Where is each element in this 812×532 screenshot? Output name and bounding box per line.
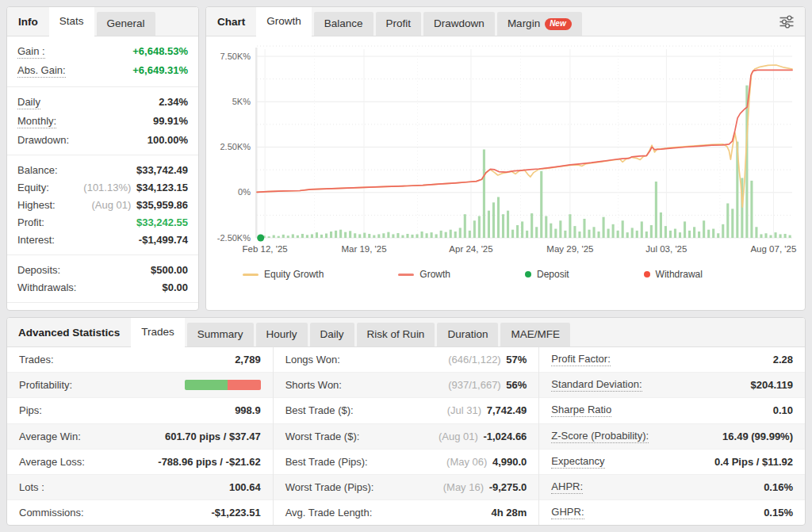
stat-label: Profit: [17,216,44,228]
volume-bar [325,234,327,238]
table-value-muted: (May 16) [443,481,487,493]
volume-bar [578,232,580,238]
stats-group: Gain :+6,648.53%Abs. Gain:+6,649.31% [7,36,198,87]
volume-bar [464,214,466,238]
legend-item-deposit: Deposit [525,269,569,280]
volume-bar [693,227,695,238]
volume-bar [660,212,662,238]
volume-bar [573,226,576,238]
tab-mae-mfe[interactable]: MAE/MFE [500,323,570,346]
account-stats-list: Gain :+6,648.53%Abs. Gain:+6,649.31%Dail… [7,36,198,311]
tab-daily[interactable]: Daily [310,323,354,346]
volume-bar [617,231,619,238]
volume-bar [731,209,733,238]
legend-item-equity-growth: Equity Growth [243,269,324,280]
tab-growth[interactable]: Growth [256,6,312,36]
advanced-statistics-tabbar: Advanced Statistics TradesSummaryHourlyD… [7,318,805,347]
table-label: Longs Won: [285,354,340,366]
table-value: 0.10 [773,404,793,416]
volume-bar [497,197,500,238]
legend-label: Withdrawal [656,269,703,280]
x-axis-label: Jul 03, '25 [645,244,687,254]
growth-chart[interactable]: 7.50K%5K%2.50K%0%-2.50K%Feb 12, '25Mar 1… [209,43,800,260]
volume-bar [641,221,643,238]
table-value-muted: (Aug 01) [439,431,481,442]
table-value-muted: (937/1,667) [448,379,504,391]
volume-bar [655,182,657,238]
volume-bar [339,230,342,238]
stat-value: +6,649.31% [132,64,188,76]
stat-row-deposits: Deposits:$500.00 [17,261,188,278]
tab-label: Growth [266,10,301,33]
chart-settings-icon[interactable] [778,14,805,29]
volume-bar [603,217,605,238]
stat-row-balance: Balance:$33,742.49 [17,161,188,178]
table-label: Profit Factor: [551,353,610,366]
tab-chart[interactable]: Chart [206,16,256,28]
volume-bar [368,234,370,238]
chart-panel: Chart GrowthBalanceProfitDrawdownMarginN… [205,6,806,311]
tab-info[interactable]: Info [7,16,49,28]
profitability-bar [185,380,261,390]
stats-column-2: Longs Won:(646/1,122) 57%Shorts Won:(937… [273,347,539,526]
table-value: (937/1,667) 56% [448,379,527,391]
volume-bar [679,232,681,238]
section-label-advanced-statistics[interactable]: Advanced Statistics [7,327,131,339]
table-value: 0.16% [764,481,793,493]
profitability-win-segment [185,380,228,390]
volume-bar [583,219,585,238]
tab-stats[interactable]: Stats [49,6,94,36]
deposit-marker [257,235,264,242]
volume-bar [750,181,753,238]
tab-general[interactable]: General [97,12,155,36]
volume-bar [349,231,351,238]
table-row-z-score-probability: Z-Score (Probability):16.49 (99.99%) [539,424,805,450]
volume-bar [306,235,308,238]
stat-value: +6,648.53% [132,45,188,57]
volume-bar [320,235,323,238]
stat-label: Equity: [17,182,49,193]
volume-bar [774,232,776,238]
volume-bar [435,234,438,238]
table-label: Lots : [19,481,44,493]
table-row-average-win: Average Win:601.70 pips / $37.47 [7,424,273,450]
stat-value: 2.34% [159,96,188,108]
tab-duration[interactable]: Duration [437,323,498,346]
tab-balance[interactable]: Balance [314,12,373,36]
tab-margin[interactable]: MarginNew [497,12,582,36]
tab-hourly[interactable]: Hourly [256,323,308,346]
volume-bar [545,216,547,238]
advanced-statistics-panel: Advanced Statistics TradesSummaryHourlyD… [6,317,806,526]
stat-value: (101.13%) $34,123.15 [83,182,188,193]
table-label: Sharpe Ratio [551,404,611,417]
stat-value: 100.00% [147,134,188,146]
stat-row-updated: Updated3 minutes ago [17,308,188,311]
volume-bar [488,211,490,238]
volume-bar [392,234,394,238]
table-row-longs-won: Longs Won:(646/1,122) 57% [274,347,539,373]
volume-bar [674,229,676,238]
volume-bar [559,220,561,238]
tab-profit[interactable]: Profit [376,12,422,36]
table-row-worst-trade: Worst Trade ($):(Aug 01) -1,024.66 [274,424,539,450]
table-label: Best Trade ($): [285,404,354,416]
stat-label: Withdrawals: [17,281,76,293]
volume-bar [592,227,595,238]
legend-line-swatch [398,274,414,276]
stat-row-equity: Equity:(101.13%) $34,123.15 [17,178,188,196]
x-axis-label: Feb 12, '25 [243,244,288,254]
table-value: (Jul 31) 7,742.49 [447,404,527,416]
tab-drawdown[interactable]: Drawdown [423,12,495,36]
table-row-best-trade: Best Trade ($):(Jul 31) 7,742.49 [274,398,539,423]
volume-bar [530,213,533,238]
stat-row-withdrawals: Withdrawals:$0.00 [17,278,188,296]
volume-bar [282,235,285,238]
stat-row-interest: Interest:-$1,499.74 [17,231,188,248]
table-label: Best Trade (Pips): [285,456,368,468]
volume-bar [769,235,772,238]
growth-chart-area: 7.50K%5K%2.50K%0%-2.50K%Feb 12, '25Mar 1… [206,36,805,280]
tab-trades[interactable]: Trades [131,317,185,347]
tab-label: Daily [320,323,344,346]
tab-risk-of-ruin[interactable]: Risk of Ruin [357,323,435,346]
tab-summary[interactable]: Summary [187,323,254,346]
